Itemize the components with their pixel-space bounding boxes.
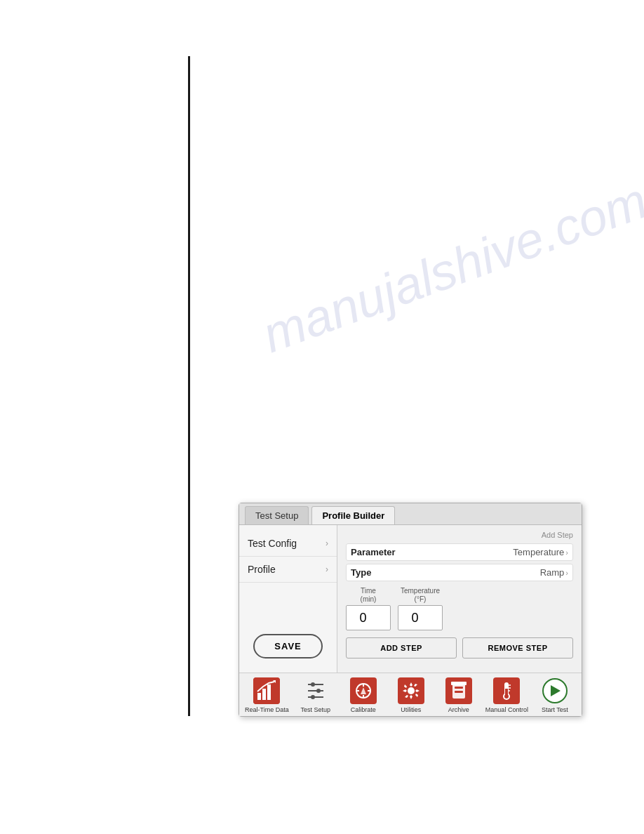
- save-button[interactable]: SAVE: [253, 634, 322, 658]
- tab-profile-builder[interactable]: Profile Builder: [311, 506, 395, 524]
- parameter-chevron-icon: ›: [565, 548, 568, 557]
- toolbar-label-testsetup: Test Setup: [300, 706, 330, 713]
- sidebar: Test Config › Profile › SAVE: [239, 525, 337, 673]
- temperature-input[interactable]: [398, 605, 443, 630]
- archive-icon: [445, 677, 472, 704]
- parameter-row[interactable]: Parameter Temperature ›: [346, 543, 573, 561]
- toolbar-item-utilities[interactable]: Utilities: [390, 677, 432, 713]
- action-buttons-row: ADD STEP REMOVE STEP: [346, 637, 573, 658]
- type-label: Type: [351, 567, 371, 578]
- chevron-right-icon: ›: [326, 564, 328, 574]
- calibrate-icon: [350, 677, 377, 704]
- thermometer-icon: [493, 677, 520, 704]
- remove-step-button[interactable]: REMOVE STEP: [462, 637, 573, 658]
- time-input-group: Time (min): [346, 587, 391, 630]
- temperature-label: Temperature (°F): [401, 587, 440, 604]
- sidebar-item-profile-label: Profile: [248, 564, 276, 575]
- tab-test-setup[interactable]: Test Setup: [245, 506, 309, 524]
- toolbar-item-test-setup[interactable]: Test Setup: [295, 677, 337, 713]
- play-icon: [542, 677, 568, 704]
- add-step-label: Add Step: [346, 531, 573, 539]
- sidebar-item-test-config[interactable]: Test Config ›: [239, 531, 337, 557]
- toolbar-item-realtime-data[interactable]: Real-Time Data: [245, 677, 289, 713]
- type-value: Ramp ›: [540, 567, 568, 578]
- chart-icon: [253, 677, 280, 704]
- type-row[interactable]: Type Ramp ›: [346, 564, 573, 581]
- toolbar-label-realtime: Real-Time Data: [245, 706, 289, 713]
- main-content: Test Config › Profile › SAVE Add Step Pa…: [239, 525, 582, 673]
- toolbar-label-manual-control: Manual Control: [485, 706, 528, 713]
- inputs-row: Time (min) Temperature (°F): [346, 587, 573, 630]
- temperature-input-group: Temperature (°F): [398, 587, 443, 630]
- bottom-toolbar: Real-Time Data Test Setup: [239, 673, 582, 716]
- watermark: manujalshive.com: [255, 171, 644, 364]
- sidebar-item-test-config-label: Test Config: [248, 538, 297, 549]
- sidebar-item-profile[interactable]: Profile ›: [239, 557, 337, 583]
- right-panel: Add Step Parameter Temperature › Type Ra…: [337, 525, 582, 673]
- time-input[interactable]: [346, 605, 391, 630]
- vertical-divider: [188, 56, 190, 716]
- svg-point-19: [408, 687, 415, 694]
- svg-rect-2: [262, 689, 266, 700]
- add-step-button[interactable]: ADD STEP: [346, 637, 457, 658]
- utilities-icon: [398, 677, 424, 704]
- save-btn-container: SAVE: [239, 583, 337, 667]
- time-label: Time (min): [361, 587, 377, 604]
- type-chevron-icon: ›: [565, 569, 568, 577]
- sliders-icon: [302, 677, 329, 704]
- parameter-value: Temperature ›: [513, 547, 568, 557]
- svg-point-6: [311, 682, 315, 687]
- svg-rect-3: [267, 684, 271, 700]
- tab-bar: Test Setup Profile Builder: [239, 503, 582, 525]
- toolbar-item-manual-control[interactable]: Manual Control: [485, 677, 528, 713]
- toolbar-item-calibrate[interactable]: Calibrate: [342, 677, 384, 713]
- svg-point-10: [311, 695, 315, 699]
- svg-rect-1: [257, 693, 261, 700]
- toolbar-label-utilities: Utilities: [401, 706, 421, 713]
- svg-point-29: [504, 694, 509, 699]
- toolbar-label-archive: Archive: [448, 706, 469, 713]
- svg-rect-23: [455, 691, 463, 693]
- toolbar-item-start-test[interactable]: Start Test: [534, 677, 576, 713]
- toolbar-label-calibrate: Calibrate: [351, 706, 376, 713]
- svg-point-8: [316, 689, 321, 693]
- svg-rect-24: [451, 682, 467, 685]
- chevron-right-icon: ›: [326, 538, 328, 548]
- parameter-label: Parameter: [351, 547, 396, 557]
- app-window: Test Setup Profile Builder Test Config ›…: [239, 503, 582, 717]
- toolbar-label-start-test: Start Test: [542, 706, 568, 713]
- toolbar-item-archive[interactable]: Archive: [438, 677, 480, 713]
- svg-rect-22: [455, 687, 463, 689]
